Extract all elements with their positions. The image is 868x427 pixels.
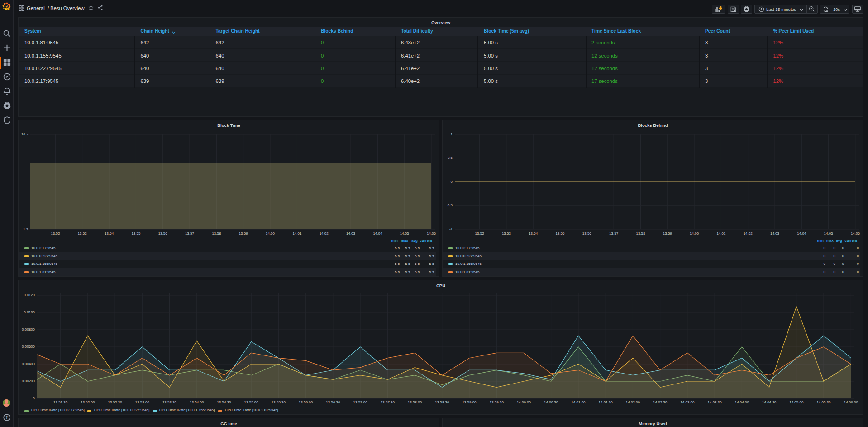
svg-text:?: ? [5, 415, 8, 420]
